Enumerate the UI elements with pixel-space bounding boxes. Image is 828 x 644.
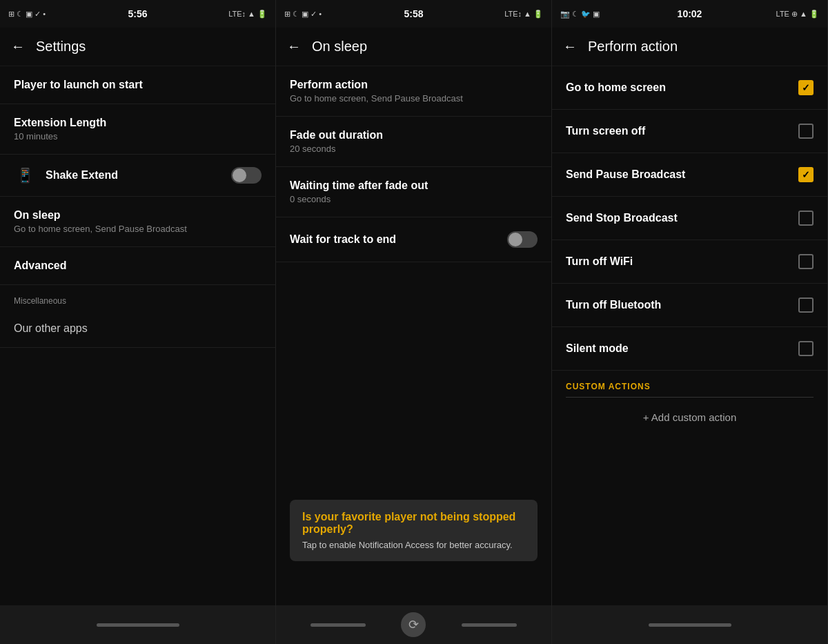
screen-title-1: Settings [36, 39, 86, 55]
action-silent-mode[interactable]: Silent mode [552, 327, 827, 371]
status-right-2: LTE↕ ▲ 🔋 [504, 10, 543, 19]
onsleep-waiting-time-subtitle: 0 seconds [290, 194, 538, 204]
add-custom-action-button[interactable]: + Add custom action [566, 403, 814, 431]
setting-on-sleep-subtitle: Go to home screen, Send Pause Broadcast [14, 224, 262, 234]
onsleep-fade-out[interactable]: Fade out duration 20 seconds [276, 117, 551, 167]
status-bar-1: ⊞ ☾ ▣ ✓ • 5:56 LTE↕ ▲ 🔋 [0, 0, 275, 28]
phone-shake-icon: 📱 [14, 164, 36, 186]
app-bar-2: ← On sleep [276, 28, 551, 66]
settings-content: Player to launch on start Extension Leng… [0, 66, 275, 605]
status-bar-2: ⊞ ☾ ▣ ✓ • 5:58 LTE↕ ▲ 🔋 [276, 0, 551, 28]
signal-icons-3: LTE ⊕ ▲ 🔋 [776, 10, 819, 19]
status-left-icons-2: ⊞ ☾ ▣ ✓ • [284, 10, 322, 19]
setting-other-apps-title: Our other apps [14, 322, 262, 335]
onsleep-fade-out-subtitle: 20 seconds [290, 144, 538, 154]
onsleep-perform-action-title: Perform action [290, 79, 538, 91]
shake-extend-label: Shake Extend [46, 169, 231, 182]
screen-title-2: On sleep [312, 39, 367, 55]
action-stop-broadcast[interactable]: Send Stop Broadcast [552, 197, 827, 240]
screen-title-3: Perform action [588, 39, 678, 55]
setting-extension-length[interactable]: Extension Length 10 minutes [0, 104, 275, 155]
back-button-2[interactable]: ← [287, 39, 301, 55]
action-bluetooth-off-checkbox[interactable] [798, 297, 814, 313]
nav-bar-3 [552, 605, 827, 644]
nav-bar-center-2: ⟳ [276, 612, 551, 637]
action-pause-broadcast-checkbox[interactable] [798, 167, 814, 182]
action-home-screen-label: Go to home screen [566, 81, 798, 94]
action-stop-broadcast-checkbox[interactable] [798, 211, 814, 226]
time-3: 10:02 [678, 8, 702, 19]
wait-for-track-knob [509, 233, 522, 246]
action-pause-broadcast-label: Send Pause Broadcast [566, 168, 798, 181]
action-wifi-off[interactable]: Turn off WiFi [552, 240, 827, 284]
nav-pill-2-right [462, 623, 517, 627]
action-stop-broadcast-label: Send Stop Broadcast [566, 212, 798, 224]
status-right-3: LTE ⊕ ▲ 🔋 [776, 10, 819, 19]
status-left-icons-3: 📷 ☾ 🐦 ▣ [560, 10, 600, 19]
setting-advanced[interactable]: Advanced [0, 247, 275, 285]
app-bar-1: ← Settings [0, 28, 275, 66]
panel-settings: ⊞ ☾ ▣ ✓ • 5:56 LTE↕ ▲ 🔋 ← Settings Playe… [0, 0, 276, 644]
perform-action-content: Go to home screen Turn screen off Send P… [552, 66, 827, 605]
custom-divider [566, 397, 814, 398]
setting-on-sleep[interactable]: On sleep Go to home screen, Send Pause B… [0, 197, 275, 247]
action-wifi-off-checkbox[interactable] [798, 254, 814, 269]
action-home-screen[interactable]: Go to home screen [552, 66, 827, 110]
shake-extend-toggle[interactable] [231, 167, 262, 184]
snackbar-body: Tap to enable Notification Access for be… [302, 540, 525, 550]
action-screen-off-label: Turn screen off [566, 125, 798, 137]
action-bluetooth-off[interactable]: Turn off Bluetooth [552, 284, 827, 327]
wait-for-track-label: Wait for track to end [290, 233, 507, 246]
back-button-3[interactable]: ← [563, 39, 577, 55]
time-2: 5:58 [404, 8, 423, 19]
shake-extend-knob [233, 168, 246, 182]
status-right-1: LTE↕ ▲ 🔋 [228, 10, 267, 19]
setting-advanced-title: Advanced [14, 260, 262, 272]
wait-for-track-row[interactable]: Wait for track to end [276, 217, 551, 262]
notif-icons-2: ⊞ ☾ ▣ ✓ • [284, 10, 322, 19]
panel-on-sleep: ⊞ ☾ ▣ ✓ • 5:58 LTE↕ ▲ 🔋 ← On sleep Perfo… [276, 0, 552, 644]
status-bar-3: 📷 ☾ 🐦 ▣ 10:02 LTE ⊕ ▲ 🔋 [552, 0, 827, 28]
action-silent-mode-label: Silent mode [566, 342, 798, 355]
onsleep-perform-action[interactable]: Perform action Go to home screen, Send P… [276, 66, 551, 117]
nav-home-btn[interactable]: ⟳ [401, 612, 426, 637]
notification-snackbar[interactable]: Is your favorite player not being stoppe… [290, 500, 538, 561]
setting-extension-length-title: Extension Length [14, 117, 262, 129]
setting-player-launch-title: Player to launch on start [14, 79, 262, 91]
action-screen-off-checkbox[interactable] [798, 124, 814, 139]
onsleep-waiting-time[interactable]: Waiting time after fade out 0 seconds [276, 167, 551, 217]
nav-pill-2-left [310, 623, 366, 627]
notif-icons-1: ⊞ ☾ ▣ ✓ • [8, 10, 46, 19]
setting-extension-length-subtitle: 10 minutes [14, 131, 262, 142]
section-misc: Miscellaneous [0, 285, 275, 310]
shake-extend-row[interactable]: 📱 Shake Extend [0, 155, 275, 197]
nav-pill-1 [97, 623, 179, 627]
setting-player-launch[interactable]: Player to launch on start [0, 66, 275, 104]
nav-bar-2: ⟳ [276, 605, 551, 644]
onsleep-fade-out-title: Fade out duration [290, 129, 538, 142]
action-wifi-off-label: Turn off WiFi [566, 255, 798, 268]
setting-on-sleep-title: On sleep [14, 209, 262, 222]
signal-icons-2: LTE↕ ▲ 🔋 [504, 10, 543, 19]
app-bar-3: ← Perform action [552, 28, 827, 66]
action-bluetooth-off-label: Turn off Bluetooth [566, 299, 798, 311]
back-button-1[interactable]: ← [11, 39, 25, 55]
onsleep-perform-action-subtitle: Go to home screen, Send Pause Broadcast [290, 93, 538, 104]
notif-icons-3: 📷 ☾ 🐦 ▣ [560, 10, 600, 19]
action-silent-mode-checkbox[interactable] [798, 341, 814, 356]
custom-actions-label: CUSTOM ACTIONS [566, 382, 814, 391]
signal-icons-1: LTE↕ ▲ 🔋 [228, 10, 267, 19]
wait-for-track-toggle[interactable] [507, 231, 538, 248]
action-screen-off[interactable]: Turn screen off [552, 110, 827, 153]
nav-pill-3 [649, 623, 731, 627]
setting-other-apps[interactable]: Our other apps [0, 310, 275, 348]
time-1: 5:56 [128, 8, 147, 19]
action-pause-broadcast[interactable]: Send Pause Broadcast [552, 153, 827, 197]
nav-bar-1 [0, 605, 275, 644]
action-home-screen-checkbox[interactable] [798, 80, 814, 95]
onsleep-waiting-time-title: Waiting time after fade out [290, 179, 538, 192]
custom-actions-section: CUSTOM ACTIONS + Add custom action [552, 371, 827, 437]
snackbar-title: Is your favorite player not being stoppe… [302, 511, 525, 536]
panel-perform-action: 📷 ☾ 🐦 ▣ 10:02 LTE ⊕ ▲ 🔋 ← Perform action… [552, 0, 828, 644]
status-left-icons-1: ⊞ ☾ ▣ ✓ • [8, 10, 46, 19]
